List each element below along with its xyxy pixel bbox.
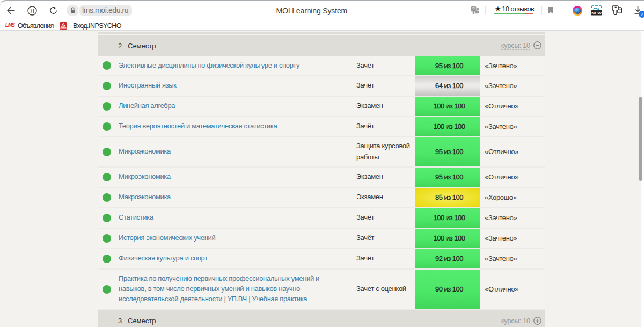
svg-text:Я: Я — [30, 8, 34, 14]
svg-text:NEW: NEW — [591, 11, 602, 16]
